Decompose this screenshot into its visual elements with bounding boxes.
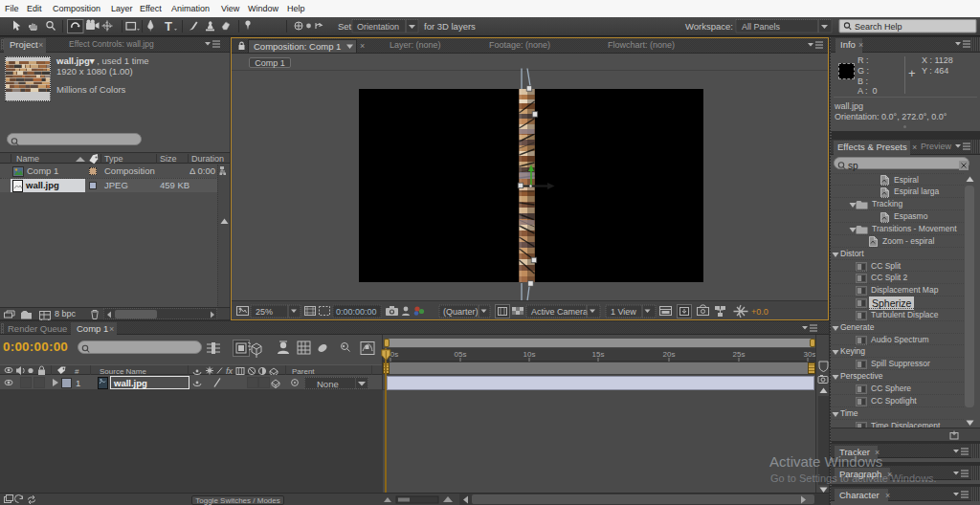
svg-text:30s: 30s — [804, 350, 815, 359]
svg-text:+0.0: +0.0 — [751, 307, 768, 317]
svg-text:25%: 25% — [256, 307, 273, 317]
svg-text:sp: sp — [848, 161, 858, 171]
svg-text:T: T — [165, 19, 172, 33]
svg-text:15s: 15s — [592, 350, 605, 359]
svg-text:Search Help: Search Help — [855, 22, 902, 32]
svg-text:25s: 25s — [733, 350, 746, 359]
svg-text:(Quarter): (Quarter) — [443, 307, 479, 317]
svg-text:for 3D layers: for 3D layers — [424, 21, 476, 32]
svg-text:1 View: 1 View — [611, 307, 636, 317]
svg-text:Workspace:: Workspace: — [685, 21, 733, 32]
svg-text:05s: 05s — [455, 350, 467, 359]
svg-text:wall.jpg: wall.jpg — [113, 378, 147, 388]
svg-text:Active Camera: Active Camera — [531, 307, 588, 317]
svg-text:Set: Set — [338, 21, 352, 32]
svg-text:20s: 20s — [663, 350, 676, 359]
svg-text:fx: fx — [226, 366, 234, 376]
svg-text:All Panels: All Panels — [742, 22, 781, 32]
svg-text:10s: 10s — [523, 350, 536, 359]
svg-text:1: 1 — [76, 378, 80, 388]
svg-text:Orientation: Orientation — [357, 22, 399, 32]
svg-text:0:00:00:00: 0:00:00:00 — [336, 307, 377, 317]
